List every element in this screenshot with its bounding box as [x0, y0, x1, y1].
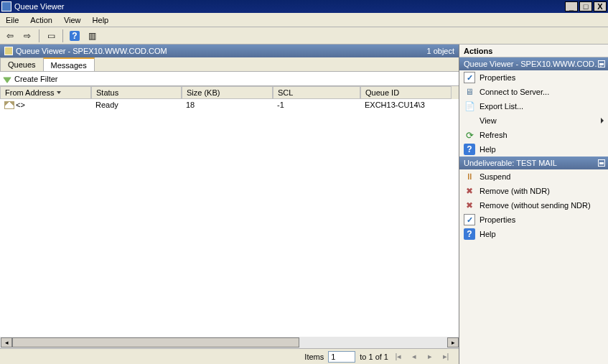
action-label: Remove (without sending NDR) — [480, 201, 591, 210]
toolbar: ⇦ ⇨ ▭ ? ▥ — [0, 27, 608, 45]
action-label: View — [480, 116, 497, 125]
main-panel: Queue Viewer - SPEX10.WWW.COD.COM 1 obje… — [0, 45, 459, 364]
action-label: Export List... — [480, 102, 523, 111]
pager: Items to 1 of 1 |◂ ◂ ▸ ▸| — [0, 348, 459, 364]
pager-next-button[interactable]: ▸ — [424, 351, 436, 363]
window-title: Queue Viewer — [14, 2, 65, 11]
tab-queues[interactable]: Queues — [0, 57, 44, 71]
action-label: Suspend — [480, 172, 510, 181]
page-text: to 1 of 1 — [360, 353, 388, 361]
app-icon — [1, 1, 11, 11]
back-button[interactable]: ⇦ — [3, 29, 17, 43]
window-titlebar: Queue Viewer _ □ X — [0, 0, 608, 13]
queue-icon — [4, 47, 13, 55]
action-label: Properties — [480, 215, 515, 224]
actions-panel: Actions Queue Viewer - SPEX10.WWW.COD.CO… — [459, 45, 608, 364]
action-export-list[interactable]: 📄 Export List... — [459, 99, 608, 113]
column-headers: From Address Status Size (KB) SCL Queue … — [0, 86, 459, 99]
close-button[interactable]: X — [594, 1, 607, 11]
action-label: Properties — [480, 73, 515, 82]
pager-first-button[interactable]: |◂ — [393, 351, 404, 363]
maximize-button[interactable]: □ — [579, 1, 592, 11]
filter-bar: Create Filter — [0, 72, 459, 86]
cell-from: <> — [16, 101, 25, 109]
object-count: 1 object — [426, 47, 454, 55]
tab-bar: Queues Messages — [0, 57, 459, 72]
items-label: Items — [304, 353, 324, 361]
action-remove-no-ndr[interactable]: ✖ Remove (without sending NDR) — [459, 198, 608, 213]
content-title: Queue Viewer - SPEX10.WWW.COD.COM — [16, 47, 167, 55]
cell-scl: -1 — [277, 101, 284, 109]
actions-section-queue-viewer[interactable]: Queue Viewer - SPEX10.WWW.COD.COM — [459, 57, 608, 70]
menu-help[interactable]: Help — [87, 13, 115, 27]
page-input[interactable] — [328, 351, 355, 363]
tab-messages[interactable]: Messages — [43, 57, 95, 71]
scroll-thumb[interactable] — [12, 337, 299, 347]
cell-status: Ready — [95, 101, 118, 109]
action-refresh[interactable]: ⟳ Refresh — [459, 128, 608, 142]
remove-icon: ✖ — [464, 200, 475, 211]
menu-file[interactable]: Eile — [0, 13, 24, 27]
minimize-button[interactable]: _ — [565, 1, 578, 11]
action-help[interactable]: ? Help — [459, 142, 608, 157]
action-label: Remove (with NDR) — [480, 187, 550, 195]
action-view-submenu[interactable]: View — [459, 113, 608, 128]
content-header: Queue Viewer - SPEX10.WWW.COD.COM 1 obje… — [0, 45, 459, 57]
help-icon: ? — [464, 228, 475, 240]
action-connect-to-server[interactable]: 🖥 Connect to Server... — [459, 85, 608, 99]
help-icon: ? — [464, 144, 475, 155]
menu-action[interactable]: Action — [24, 13, 58, 27]
action-help-2[interactable]: ? Help — [459, 227, 608, 241]
actions-section-message[interactable]: Undeliverable: TEST MAIL — [459, 157, 608, 169]
server-icon: 🖥 — [464, 86, 475, 98]
envelope-icon — [4, 101, 14, 109]
actions-title: Actions — [459, 45, 608, 57]
properties-icon — [464, 72, 475, 83]
cell-queueid: EXCH13-CU14\3 — [365, 101, 425, 109]
collapse-icon[interactable] — [598, 159, 605, 167]
scroll-left-button[interactable]: ◂ — [1, 337, 12, 347]
properties-icon — [464, 214, 475, 225]
menu-bar: Eile Action View Help — [0, 13, 608, 27]
collapse-icon[interactable] — [598, 60, 605, 67]
action-label: Help — [480, 145, 496, 154]
toolbar-button-1[interactable]: ▭ — [44, 29, 58, 43]
pause-icon: ⏸ — [464, 171, 475, 182]
forward-button[interactable]: ⇨ — [20, 29, 34, 43]
section-header-label: Queue Viewer - SPEX10.WWW.COD.COM — [464, 60, 604, 68]
col-size[interactable]: Size (KB) — [182, 86, 273, 99]
col-queue-id[interactable]: Queue ID — [360, 86, 452, 99]
table-row[interactable]: <> Ready 18 -1 EXCH13-CU14\3 — [0, 99, 459, 111]
create-filter-link[interactable]: Create Filter — [14, 75, 58, 83]
menu-view[interactable]: View — [58, 13, 87, 27]
filter-icon — [3, 75, 11, 83]
pager-prev-button[interactable]: ◂ — [408, 351, 420, 363]
export-icon: 📄 — [464, 101, 475, 112]
help-button[interactable]: ? — [67, 29, 82, 43]
col-from-address[interactable]: From Address — [0, 86, 91, 99]
scroll-right-button[interactable]: ▸ — [447, 337, 459, 347]
toolbar-button-2[interactable]: ▥ — [85, 29, 99, 43]
action-label: Refresh — [480, 131, 508, 139]
section-header-label: Undeliverable: TEST MAIL — [464, 159, 557, 167]
action-label: Connect to Server... — [480, 88, 549, 96]
action-properties-2[interactable]: Properties — [459, 213, 608, 227]
message-grid[interactable]: <> Ready 18 -1 EXCH13-CU14\3 — [0, 99, 459, 337]
action-remove-ndr[interactable]: ✖ Remove (with NDR) — [459, 184, 608, 198]
horizontal-scrollbar[interactable]: ◂ ▸ — [0, 337, 459, 348]
remove-icon: ✖ — [464, 185, 475, 197]
action-properties[interactable]: Properties — [459, 70, 608, 85]
pager-last-button[interactable]: ▸| — [440, 351, 452, 363]
col-scl[interactable]: SCL — [273, 86, 360, 99]
action-label: Help — [480, 230, 496, 238]
action-suspend[interactable]: ⏸ Suspend — [459, 169, 608, 184]
cell-size: 18 — [186, 101, 195, 109]
col-status[interactable]: Status — [91, 86, 182, 99]
refresh-icon: ⟳ — [464, 129, 475, 141]
